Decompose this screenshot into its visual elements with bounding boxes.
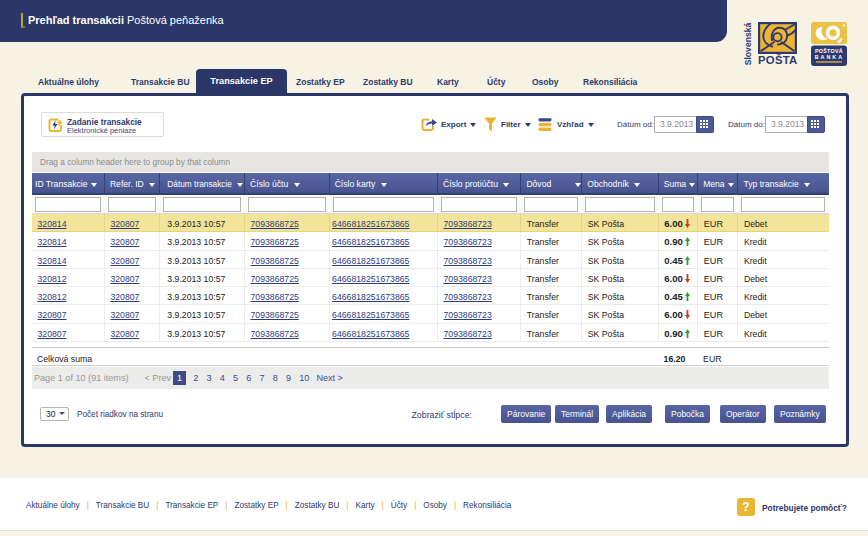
svg-text:POŠTOVÁ: POŠTOVÁ	[815, 47, 843, 54]
svg-text:BANKA: BANKA	[815, 54, 844, 60]
